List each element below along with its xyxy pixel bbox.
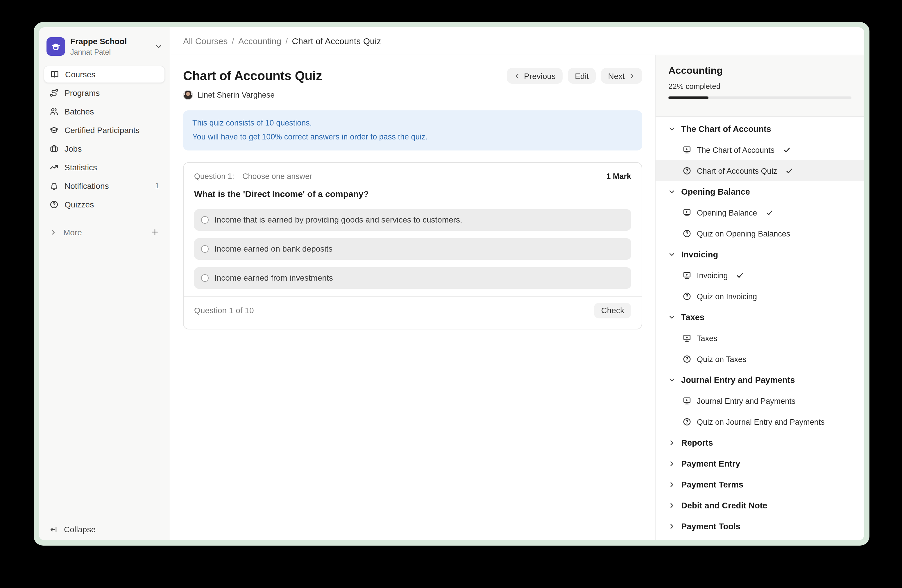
lesson-icon xyxy=(682,396,692,405)
course-progress-label: 22% completed xyxy=(669,82,852,91)
help-circle-icon xyxy=(49,200,59,209)
sidebar-item-batches[interactable]: Batches xyxy=(44,103,165,120)
lesson-icon xyxy=(682,145,692,155)
outline-item-the-chart-of-accounts[interactable]: The Chart of Accounts xyxy=(656,139,864,160)
chevron-down-icon xyxy=(669,377,675,383)
question-instruction: Choose one answer xyxy=(242,172,606,180)
outline-item-label: Quiz on Taxes xyxy=(697,355,747,363)
outline-section-label: Journal Entry and Payments xyxy=(681,375,795,385)
chevron-right-icon xyxy=(669,481,675,488)
course-progress-fill xyxy=(669,97,709,99)
outline-section-reports[interactable]: Reports xyxy=(656,432,864,453)
sidebar-item-statistics[interactable]: Statistics xyxy=(44,159,165,176)
chevron-right-icon xyxy=(669,439,675,446)
sidebar-item-programs[interactable]: Programs xyxy=(44,84,165,102)
workspace-switcher[interactable]: Frappe School Jannat Patel xyxy=(39,27,170,65)
previous-button[interactable]: Previous xyxy=(506,68,562,84)
outline-item-journal-entry-and-payments[interactable]: Journal Entry and Payments xyxy=(656,391,864,411)
chevron-down-icon xyxy=(669,314,675,321)
answer-option-1[interactable]: Income that is earned by providing goods… xyxy=(194,209,631,230)
outline-section-opening-balance[interactable]: Opening Balance xyxy=(656,181,864,202)
page-title: Chart of Accounts Quiz xyxy=(183,68,506,83)
sidebar-item-more[interactable]: More xyxy=(44,224,165,241)
school-logo xyxy=(47,38,65,56)
route-icon xyxy=(49,88,59,98)
outline-section-debit-and-credit-note[interactable]: Debit and Credit Note xyxy=(656,495,864,516)
outline-section-label: Invoicing xyxy=(681,250,718,259)
outline-section-label: Reports xyxy=(681,438,713,447)
sidebar-item-notifications[interactable]: Notifications1 xyxy=(44,177,165,195)
breadcrumb-chart-of-accounts-quiz: Chart of Accounts Quiz xyxy=(292,36,381,46)
outline-item-opening-balance[interactable]: Opening Balance xyxy=(656,202,864,223)
chevron-right-icon xyxy=(669,460,675,467)
outline-item-quiz-on-opening-balances[interactable]: Quiz on Opening Balances xyxy=(656,223,864,244)
sidebar-item-jobs[interactable]: Jobs xyxy=(44,140,165,158)
chevron-down-icon xyxy=(669,251,675,258)
sidebar-item-certified-participants[interactable]: Certified Participants xyxy=(44,122,165,139)
radio-button[interactable] xyxy=(201,274,209,281)
topbar: All Courses/Accounting/Chart of Accounts… xyxy=(170,27,864,55)
sidebar-item-quizzes[interactable]: Quizzes xyxy=(44,196,165,213)
outline-section-journal-entry-and-payments[interactable]: Journal Entry and Payments xyxy=(656,369,864,391)
body-row: Chart of Accounts Quiz Previous Edit xyxy=(170,55,864,540)
outline-item-quiz-on-journal-entry-and-payments[interactable]: Quiz on Journal Entry and Payments xyxy=(656,411,864,432)
workspace-meta: Frappe School Jannat Patel xyxy=(70,37,149,57)
more-label: More xyxy=(63,228,145,237)
sidebar-item-label: Programs xyxy=(64,88,159,98)
outline-item-chart-of-accounts-quiz[interactable]: Chart of Accounts Quiz xyxy=(656,160,864,181)
lesson-icon xyxy=(682,333,692,343)
check-icon xyxy=(785,167,793,175)
outline-item-taxes[interactable]: Taxes xyxy=(656,328,864,349)
course-progress-bar xyxy=(669,97,852,99)
quiz-icon xyxy=(682,417,692,427)
outline-item-quiz-on-invoicing[interactable]: Quiz on Invoicing xyxy=(656,286,864,307)
sidebar-item-label: Notifications xyxy=(64,181,149,191)
outline-section-taxes[interactable]: Taxes xyxy=(656,307,864,328)
sidebar-item-courses[interactable]: Courses xyxy=(44,66,165,83)
quiz-card: Question 1: Choose one answer 1 Mark Wha… xyxy=(183,162,642,329)
outline-item-label: Journal Entry and Payments xyxy=(697,397,796,405)
breadcrumb-accounting[interactable]: Accounting xyxy=(238,36,281,46)
sidebar-item-label: Statistics xyxy=(64,163,159,172)
question-number-label: Question 1: xyxy=(194,172,234,180)
quiz-info-banner: This quiz consists of 10 questions. You … xyxy=(183,110,642,150)
sidebar-item-label: Certified Participants xyxy=(64,125,159,135)
answer-option-3[interactable]: Income earned from investments xyxy=(194,267,631,288)
collapse-label: Collapse xyxy=(64,525,96,534)
sidebar-item-label: Batches xyxy=(64,107,159,116)
breadcrumb-all-courses[interactable]: All Courses xyxy=(183,36,227,46)
outline-item-label: Chart of Accounts Quiz xyxy=(697,166,777,175)
radio-button[interactable] xyxy=(201,216,209,224)
next-button[interactable]: Next xyxy=(601,68,642,84)
check-label: Check xyxy=(601,306,624,315)
question-progress: Question 1 of 10 xyxy=(194,306,594,315)
outline-section-invoicing[interactable]: Invoicing xyxy=(656,244,864,265)
lesson-icon xyxy=(682,271,692,280)
book-open-icon xyxy=(50,70,59,79)
sidebar-item-label: Quizzes xyxy=(64,200,159,209)
author-name: Linet Sherin Varghese xyxy=(197,91,275,99)
outline-section-payment-terms[interactable]: Payment Terms xyxy=(656,474,864,495)
outline-section-payment-tools[interactable]: Payment Tools xyxy=(656,516,864,537)
answer-option-label: Income that is earned by providing goods… xyxy=(215,215,462,224)
answer-option-label: Income earned on bank deposits xyxy=(215,244,332,253)
quiz-icon xyxy=(682,229,692,238)
radio-button[interactable] xyxy=(201,245,209,252)
sidebar-spacer xyxy=(39,242,170,521)
course-outline-list: The Chart of AccountsThe Chart of Accoun… xyxy=(656,117,864,540)
collapse-sidebar-button[interactable]: Collapse xyxy=(44,521,165,538)
outline-item-invoicing[interactable]: Invoicing xyxy=(656,265,864,286)
breadcrumb-separator: / xyxy=(285,36,288,46)
answer-option-2[interactable]: Income earned on bank deposits xyxy=(194,238,631,260)
outline-section-payment-entry[interactable]: Payment Entry xyxy=(656,453,864,474)
plus-icon[interactable] xyxy=(150,228,159,237)
edit-button[interactable]: Edit xyxy=(568,68,596,84)
screen: Frappe School Jannat Patel CoursesProgra… xyxy=(0,0,902,588)
graduation-cap-icon xyxy=(49,125,59,135)
outline-item-quiz-on-taxes[interactable]: Quiz on Taxes xyxy=(656,349,864,369)
chevron-down-icon xyxy=(669,188,675,195)
outline-section-the-chart-of-accounts[interactable]: The Chart of Accounts xyxy=(656,119,864,139)
notification-count-badge: 1 xyxy=(155,181,159,190)
check-button[interactable]: Check xyxy=(594,302,631,318)
check-icon xyxy=(783,146,791,154)
